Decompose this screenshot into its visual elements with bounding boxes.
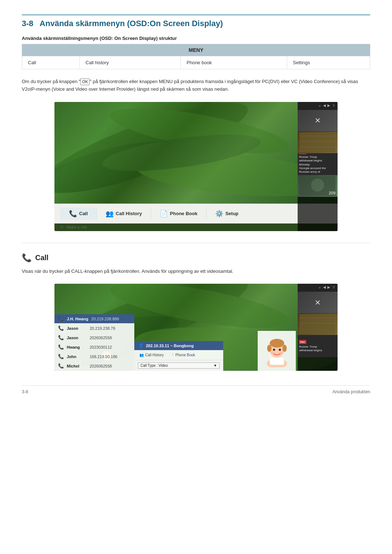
monitor-screenshot-2: 1 2 3 ＋ ◀ ▶ ？ ✕ bbox=[54, 284, 338, 371]
thumb-2 bbox=[298, 132, 338, 153]
setup-nav-icon: ⚙️ bbox=[215, 210, 223, 218]
history-nav-icon: 👥 bbox=[106, 210, 114, 218]
description-text: Om du trycker på knappen "OK" på fjärrko… bbox=[22, 78, 370, 93]
panel-controls-2: ＋ ◀ ▶ ？ bbox=[298, 284, 338, 292]
menu-col-history: Call history bbox=[79, 56, 180, 69]
call-info-number: 202.10.33.11 ~ Bongbong bbox=[146, 344, 194, 348]
svg-point-23 bbox=[282, 345, 287, 352]
contact-num-4: 168.219.50.186 bbox=[90, 354, 117, 359]
nav-call[interactable]: 📞 Call bbox=[60, 208, 97, 220]
ctrl-next-2[interactable]: ▶ bbox=[327, 285, 330, 290]
svg-rect-19 bbox=[270, 357, 284, 365]
nav-phonebook-label: Phone Book bbox=[170, 211, 197, 216]
svg-rect-15 bbox=[299, 314, 336, 334]
ctrl-help[interactable]: ？ bbox=[332, 103, 335, 108]
menu-table-header: MENY bbox=[22, 44, 370, 56]
thumb-news: hec Russia: Troopwithdrawal beginsMonday… bbox=[298, 153, 338, 175]
call-section-title-text: Call bbox=[35, 254, 49, 262]
contact-row-4[interactable]: 📞 John 168.219.50.186 bbox=[54, 352, 134, 361]
phone-book-nav-icon: 📄 bbox=[170, 353, 174, 357]
svg-point-21 bbox=[270, 339, 284, 348]
thumb-1b: ✕ bbox=[298, 292, 338, 313]
footer-page-num: 3-8 bbox=[22, 389, 28, 394]
news-text-1: Russia: Troopwithdrawal beginsMonday;Geo… bbox=[299, 155, 326, 175]
close-x-icon-2: ✕ bbox=[315, 298, 321, 307]
contact-row-5[interactable]: 📞 Michel 2026062558 bbox=[54, 361, 134, 371]
menu-col-phonebook: Phone book bbox=[181, 56, 287, 69]
contact-row-1[interactable]: 📞 Jason 20.219.238.78 bbox=[54, 324, 134, 333]
monitor-screenshot-1: ＋ ◀ ▶ ？ ✕ hec bbox=[54, 102, 338, 231]
thumb-2b bbox=[298, 313, 338, 335]
contact-name-3: Hwang bbox=[67, 345, 87, 349]
ctrl-next[interactable]: ▶ bbox=[327, 103, 330, 108]
desc-before-ok: Om du trycker på knappen " bbox=[22, 79, 80, 84]
ctrl-prev-2[interactable]: ◀ bbox=[323, 285, 326, 290]
screen-area-2: 1 2 3 ＋ ◀ ▶ ？ ✕ bbox=[54, 284, 338, 371]
call-section-desc: Visas när du trycker på CALL-knappen på … bbox=[22, 268, 370, 275]
menu-label-suffix: struktur bbox=[159, 36, 177, 41]
call-info-nav: 👥 Call History 📄 Phone Book bbox=[134, 350, 223, 360]
section-title: 3-8 Använda skärmmenyn (OSD:On Screen Di… bbox=[22, 19, 370, 28]
phone-book-nav-label: Phone Book bbox=[175, 353, 195, 357]
section-divider-1 bbox=[22, 243, 370, 243]
right-sidebar-panel-2: ＋ ◀ ▶ ？ ✕ hec Russia: Tro bbox=[298, 284, 338, 371]
thumb-last: 209 bbox=[298, 175, 338, 197]
make-call-label: Make a call bbox=[66, 225, 87, 229]
menu-col-settings: Settings bbox=[287, 56, 370, 69]
right-sidebar-panel-1: ＋ ◀ ▶ ？ ✕ hec bbox=[298, 102, 338, 231]
footer-right-text: Använda produkten bbox=[332, 389, 370, 394]
close-x-icon: ✕ bbox=[315, 116, 321, 125]
menu-col-call: Call bbox=[22, 56, 80, 69]
call-history-nav-label: Call History bbox=[145, 353, 164, 357]
contact-num-5: 2026062558 bbox=[90, 364, 112, 368]
nav-phonebook[interactable]: 📄 Phone Book bbox=[151, 208, 207, 220]
page-num-indicator: 209 bbox=[329, 191, 335, 195]
call-section-icon: 📞 bbox=[22, 253, 32, 263]
nav-history[interactable]: 👥 Call History bbox=[97, 208, 151, 220]
contact-row-2[interactable]: 📞 Jason 2026062558 bbox=[54, 333, 134, 342]
nav-history-label: Call History bbox=[116, 211, 142, 216]
contact-call-icon-0: 📞 bbox=[58, 316, 64, 321]
contact-call-icon-1: 📞 bbox=[58, 325, 64, 331]
contact-name-2: Jason bbox=[67, 336, 87, 340]
thumb-1: ✕ bbox=[298, 110, 338, 132]
nav-call-label: Call bbox=[79, 211, 88, 216]
svg-rect-5 bbox=[299, 132, 336, 152]
ctrl-help-2[interactable]: ？ bbox=[332, 285, 335, 290]
contact-num-1: 20.219.238.78 bbox=[90, 326, 115, 331]
call-info-top: 👤 202.10.33.11 ~ Bongbong bbox=[134, 341, 223, 350]
call-type-select[interactable]: Call Type : Video ▼ bbox=[138, 362, 220, 369]
svg-point-25 bbox=[279, 349, 281, 351]
contact-name-4: John bbox=[67, 354, 87, 359]
call-type-label: Call Type : Video bbox=[140, 364, 168, 368]
ctrl-plus[interactable]: ＋ bbox=[318, 103, 322, 108]
avatar-panel bbox=[258, 331, 296, 371]
contact-call-icon-4: 📞 bbox=[58, 354, 64, 359]
menu-label-bold: Använda skärminställningsmenyn (OSD: On … bbox=[22, 36, 158, 41]
nav-sub-label: ⑦ Make a call bbox=[54, 223, 338, 231]
screen-area-1: ＋ ◀ ▶ ？ ✕ hec bbox=[54, 102, 338, 231]
ctrl-plus-2[interactable]: ＋ bbox=[318, 285, 322, 290]
contact-name-1: Jason bbox=[67, 326, 87, 331]
nav-setup[interactable]: ⚙️ Setup bbox=[207, 208, 247, 220]
call-history-nav-item[interactable]: 👥 Call History bbox=[137, 352, 166, 358]
phone-book-nav-item[interactable]: 📄 Phone Book bbox=[167, 352, 197, 358]
call-history-nav-icon: 👥 bbox=[139, 353, 144, 357]
contact-call-icon-5: 📞 bbox=[58, 363, 64, 369]
contact-row-highlight[interactable]: 📞 J.H. Hwang 20.219.238.888 bbox=[54, 314, 134, 324]
call-info-panel: 👤 202.10.33.11 ~ Bongbong 👥 Call History… bbox=[134, 341, 223, 371]
contact-name-0: J.H. Hwang bbox=[67, 317, 88, 321]
contact-name-5: Michel bbox=[67, 364, 87, 368]
thumb-news-2: hec Russia: Troopwithdrawal begins bbox=[298, 335, 338, 357]
contact-call-icon-2: 📞 bbox=[58, 335, 64, 340]
section-num: 3-8 bbox=[22, 19, 33, 28]
contact-call-icon-3: 📞 bbox=[58, 344, 64, 350]
call-type-arrow-icon: ▼ bbox=[213, 364, 217, 368]
svg-point-10 bbox=[311, 178, 324, 192]
call-nav-icon: 📞 bbox=[69, 210, 77, 218]
phonebook-nav-icon: 📄 bbox=[160, 210, 168, 218]
ctrl-prev[interactable]: ◀ bbox=[323, 103, 326, 108]
contact-row-3[interactable]: 📞 Hwang 2023030112 bbox=[54, 342, 134, 352]
menu-label: Använda skärminställningsmenyn (OSD: On … bbox=[22, 36, 370, 41]
call-info-user-icon: 👤 bbox=[139, 343, 144, 348]
